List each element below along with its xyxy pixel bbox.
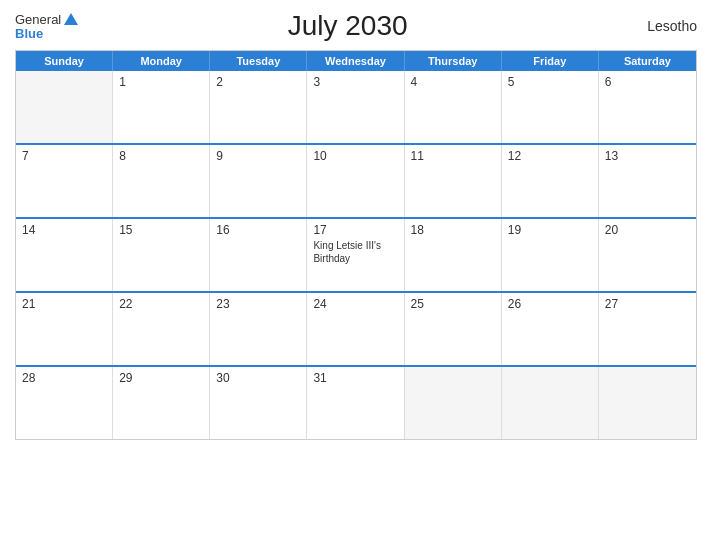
day-number: 12 [508,149,592,163]
day-number: 8 [119,149,203,163]
cal-cell: 10 [307,145,404,217]
calendar-week-4: 21222324252627 [16,291,696,365]
calendar-title: July 2030 [78,10,617,42]
cal-cell: 4 [405,71,502,143]
cal-cell: 30 [210,367,307,439]
header-wednesday: Wednesday [307,51,404,71]
header-thursday: Thursday [405,51,502,71]
header-sunday: Sunday [16,51,113,71]
cal-cell: 14 [16,219,113,291]
day-number: 19 [508,223,592,237]
day-number: 27 [605,297,690,311]
day-number: 3 [313,75,397,89]
cal-cell: 3 [307,71,404,143]
cal-cell: 16 [210,219,307,291]
day-number: 31 [313,371,397,385]
day-number: 4 [411,75,495,89]
day-number: 7 [22,149,106,163]
header-monday: Monday [113,51,210,71]
calendar-week-5: 28293031 [16,365,696,439]
cal-cell: 31 [307,367,404,439]
cal-cell: 23 [210,293,307,365]
day-number: 1 [119,75,203,89]
day-number: 23 [216,297,300,311]
cal-cell: 17King Letsie III's Birthday [307,219,404,291]
cal-cell [405,367,502,439]
cal-cell: 7 [16,145,113,217]
cal-cell: 26 [502,293,599,365]
cal-cell: 18 [405,219,502,291]
cal-cell: 19 [502,219,599,291]
calendar-event: King Letsie III's Birthday [313,239,397,265]
logo-general-text: General [15,13,61,26]
day-number: 25 [411,297,495,311]
header-saturday: Saturday [599,51,696,71]
day-number: 11 [411,149,495,163]
cal-cell: 8 [113,145,210,217]
day-number: 29 [119,371,203,385]
cal-cell: 29 [113,367,210,439]
day-number: 14 [22,223,106,237]
day-number: 28 [22,371,106,385]
cal-cell: 12 [502,145,599,217]
day-number: 21 [22,297,106,311]
day-number: 15 [119,223,203,237]
logo-blue-text: Blue [15,27,78,40]
cal-cell: 24 [307,293,404,365]
day-number: 6 [605,75,690,89]
calendar-header: Sunday Monday Tuesday Wednesday Thursday… [16,51,696,71]
cal-cell: 22 [113,293,210,365]
day-number: 13 [605,149,690,163]
cal-cell: 28 [16,367,113,439]
cal-cell: 11 [405,145,502,217]
cal-cell: 20 [599,219,696,291]
weeks-container: 1234567891011121314151617King Letsie III… [16,71,696,439]
country-label: Lesotho [617,18,697,34]
day-number: 16 [216,223,300,237]
day-number: 18 [411,223,495,237]
cal-cell [599,367,696,439]
cal-cell: 2 [210,71,307,143]
cal-cell: 6 [599,71,696,143]
calendar-grid: Sunday Monday Tuesday Wednesday Thursday… [15,50,697,440]
day-number: 9 [216,149,300,163]
cal-cell: 15 [113,219,210,291]
logo-triangle-icon [64,13,78,25]
day-number: 5 [508,75,592,89]
day-number: 10 [313,149,397,163]
header-friday: Friday [502,51,599,71]
cal-cell [16,71,113,143]
cal-cell: 1 [113,71,210,143]
day-number: 20 [605,223,690,237]
day-number: 24 [313,297,397,311]
day-number: 2 [216,75,300,89]
cal-cell: 21 [16,293,113,365]
calendar-week-3: 14151617King Letsie III's Birthday181920 [16,217,696,291]
day-number: 17 [313,223,397,237]
calendar-week-1: 123456 [16,71,696,143]
calendar-page: General Blue July 2030 Lesotho Sunday Mo… [0,0,712,550]
cal-cell: 13 [599,145,696,217]
cal-cell: 9 [210,145,307,217]
cal-cell: 25 [405,293,502,365]
cal-cell: 5 [502,71,599,143]
calendar-week-2: 78910111213 [16,143,696,217]
cal-cell: 27 [599,293,696,365]
day-number: 26 [508,297,592,311]
cal-cell [502,367,599,439]
logo: General Blue [15,13,78,40]
day-number: 22 [119,297,203,311]
page-header: General Blue July 2030 Lesotho [15,10,697,42]
header-tuesday: Tuesday [210,51,307,71]
day-number: 30 [216,371,300,385]
